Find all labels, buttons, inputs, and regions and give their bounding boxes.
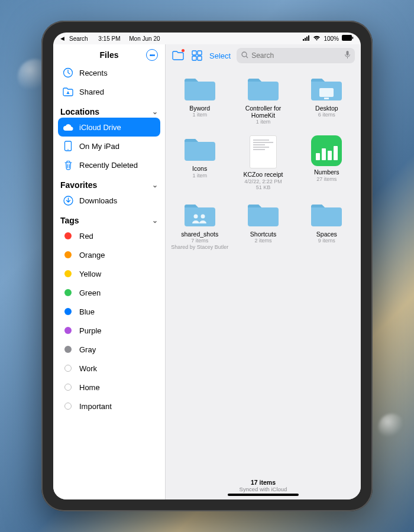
- tag-dot-icon: [63, 382, 73, 392]
- svg-point-20: [193, 215, 198, 219]
- sidebar-item-recently-deleted[interactable]: Recently Deleted: [58, 155, 160, 174]
- svg-point-9: [67, 149, 69, 150]
- tags-header[interactable]: Tags ⌄: [58, 210, 160, 226]
- file-meta: 4/2/22, 2:22 PM: [244, 179, 282, 184]
- svg-rect-3: [308, 35, 309, 41]
- file-item[interactable]: Shortcuts2 items: [231, 201, 295, 250]
- svg-rect-17: [347, 51, 349, 56]
- screen: ◀ Search 3:15 PM Mon Jun 20 100%: [53, 33, 361, 499]
- sidebar-item-icloud-drive[interactable]: iCloud Drive: [58, 118, 160, 137]
- svg-point-21: [200, 215, 205, 219]
- back-caret-icon[interactable]: ◀: [60, 35, 64, 41]
- sidebar-item-label: Work: [79, 364, 97, 373]
- new-folder-button[interactable]: [172, 49, 185, 62]
- mic-icon[interactable]: [345, 51, 350, 60]
- favorites-header[interactable]: Favorites ⌄: [58, 174, 160, 191]
- status-bar: ◀ Search 3:15 PM Mon Jun 20 100%: [53, 33, 361, 44]
- chevron-down-icon: ⌄: [152, 216, 158, 225]
- svg-rect-5: [352, 37, 354, 39]
- file-name: Shortcuts: [250, 231, 276, 238]
- sidebar-item-label: Important: [79, 402, 112, 411]
- sidebar-item-gray[interactable]: Gray: [58, 340, 160, 359]
- sidebar-item-yellow[interactable]: Yellow: [58, 264, 160, 283]
- search-field[interactable]: [237, 48, 355, 63]
- back-app-label[interactable]: Search: [69, 35, 88, 42]
- document-icon: [250, 135, 277, 168]
- svg-rect-12: [198, 51, 202, 55]
- numbers-app-icon: [311, 135, 342, 166]
- locations-header[interactable]: Locations ⌄: [58, 101, 160, 118]
- search-input[interactable]: [251, 51, 342, 60]
- svg-rect-19: [324, 98, 329, 99]
- svg-rect-1: [305, 38, 306, 41]
- sidebar-item-downloads[interactable]: Downloads: [58, 191, 160, 210]
- svg-rect-14: [198, 56, 202, 60]
- main-panel: Select Byword1 itemController for HomeKi…: [166, 44, 361, 499]
- file-item[interactable]: Desktop6 items: [295, 75, 358, 125]
- sidebar-item-green[interactable]: Green: [58, 283, 160, 302]
- sidebar-item-recents[interactable]: Recents: [58, 63, 160, 82]
- tag-dot-icon: [63, 344, 73, 355]
- file-item[interactable]: KCZoo receipt4/2/22, 2:22 PM51 KB: [231, 135, 295, 190]
- tag-dot-icon: [63, 249, 73, 260]
- file-meta-2: Shared by Stacey Butler: [171, 244, 228, 250]
- toolbar: Select: [166, 44, 361, 67]
- sidebar-item-label: Home: [79, 383, 100, 392]
- file-item[interactable]: Spaces9 items: [295, 201, 358, 250]
- home-indicator[interactable]: [228, 494, 299, 496]
- folder-icon: [309, 75, 344, 102]
- sync-status: Synced with iCloud: [166, 486, 361, 492]
- file-name: Icons: [192, 165, 207, 172]
- tag-dot-icon: [63, 287, 73, 298]
- sidebar-item-label: Shared: [79, 87, 104, 96]
- view-options-button[interactable]: [190, 49, 203, 62]
- folder-icon: [246, 75, 280, 102]
- select-button[interactable]: Select: [209, 51, 231, 60]
- sidebar-item-important[interactable]: Important: [58, 397, 160, 416]
- file-item[interactable]: Byword1 item: [168, 75, 231, 125]
- sidebar-item-home[interactable]: Home: [58, 378, 160, 397]
- sidebar-item-on-my-ipad[interactable]: On My iPad: [58, 137, 160, 155]
- file-name: shared_shots: [181, 231, 218, 238]
- file-meta: 6 items: [318, 112, 335, 118]
- file-grid[interactable]: Byword1 itemController for HomeKit1 item…: [166, 67, 361, 475]
- svg-rect-0: [303, 39, 304, 41]
- file-item[interactable]: Controller for HomeKit1 item: [231, 75, 295, 125]
- sidebar-title: Files: [100, 50, 119, 60]
- file-meta: 1 item: [192, 173, 207, 179]
- search-icon: [241, 51, 248, 60]
- svg-line-16: [246, 56, 248, 58]
- svg-point-7: [67, 91, 69, 92]
- sidebar: Files ••• RecentsShared Locations ⌄ iClo…: [53, 44, 166, 499]
- tag-dot-icon: [63, 306, 73, 317]
- tag-dot-icon: [63, 363, 73, 374]
- file-item[interactable]: Numbers27 items: [295, 135, 358, 190]
- more-options-button[interactable]: •••: [146, 49, 158, 61]
- sidebar-item-work[interactable]: Work: [58, 359, 160, 378]
- sidebar-item-purple[interactable]: Purple: [58, 321, 160, 340]
- file-name: Spaces: [316, 231, 337, 238]
- sidebar-item-blue[interactable]: Blue: [58, 302, 160, 321]
- file-item[interactable]: shared_shots7 itemsShared by Stacey Butl…: [168, 201, 231, 250]
- folder-icon: [183, 75, 217, 102]
- chevron-down-icon: ⌄: [152, 181, 158, 189]
- sidebar-item-red[interactable]: Red: [58, 226, 160, 245]
- file-name: Controller for HomeKit: [237, 105, 290, 119]
- trash-icon: [63, 160, 73, 170]
- svg-rect-2: [306, 37, 308, 41]
- status-date: Mon Jun 20: [129, 35, 160, 42]
- sidebar-item-shared[interactable]: Shared: [58, 82, 160, 101]
- file-meta: 1 item: [192, 112, 207, 118]
- file-meta: 9 items: [318, 238, 335, 244]
- sidebar-item-label: iCloud Drive: [79, 123, 121, 132]
- sidebar-item-orange[interactable]: Orange: [58, 245, 160, 264]
- shared-folder-icon: [63, 86, 73, 97]
- icloud-icon: [63, 122, 73, 132]
- badge-dot-icon: [182, 49, 185, 52]
- download-icon: [63, 195, 73, 206]
- file-meta: 1 item: [256, 119, 271, 125]
- tag-dot-icon: [63, 268, 73, 279]
- file-item[interactable]: Icons1 item: [168, 135, 231, 190]
- svg-point-15: [242, 52, 247, 57]
- sidebar-item-label: Gray: [79, 345, 96, 354]
